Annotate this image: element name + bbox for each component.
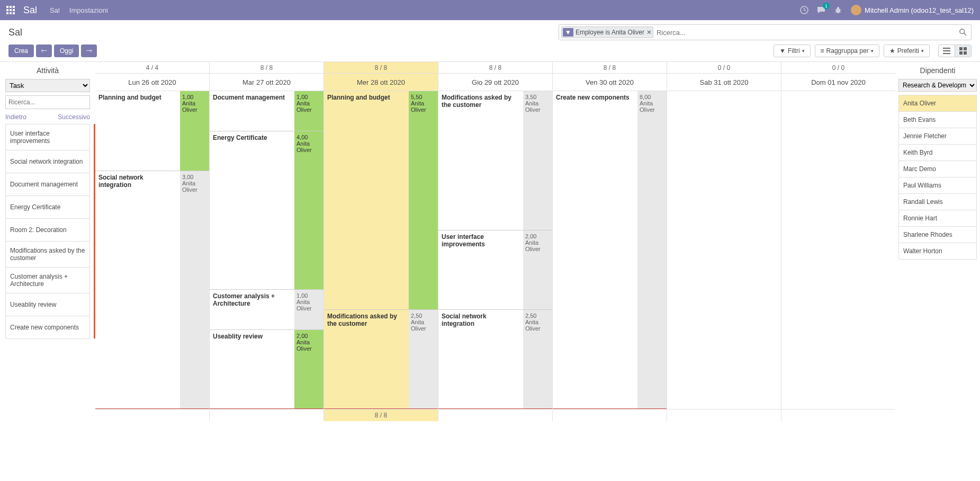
- day-footer: [552, 409, 667, 421]
- day-hours: 0 / 0: [781, 62, 895, 74]
- calendar-event[interactable]: Create new components8,00Anita Oliver: [553, 91, 667, 409]
- task-item[interactable]: User interface improvements: [5, 124, 90, 150]
- search-input[interactable]: [655, 28, 957, 38]
- task-item[interactable]: Social network integration: [5, 150, 90, 173]
- day-column[interactable]: Planning and budget5,50Anita OliverModif…: [323, 91, 438, 409]
- svg-line-15: [840, 12, 841, 12]
- kanban-view-button[interactable]: [955, 45, 971, 57]
- event-label: Social network integration: [95, 171, 180, 409]
- user-menu[interactable]: Mitchell Admin (odoo12_test_sal12): [851, 5, 974, 15]
- breadcrumb: Sal: [8, 27, 22, 38]
- day-column[interactable]: [781, 91, 895, 409]
- star-icon: ★: [889, 47, 895, 55]
- department-select[interactable]: Research & Development: [898, 79, 977, 92]
- employee-item[interactable]: Paul Williams: [898, 177, 977, 194]
- svg-rect-2: [13, 6, 15, 8]
- event-hours: 2,00: [525, 233, 550, 239]
- day-column[interactable]: Modifications asked by the customer3,50A…: [438, 91, 552, 409]
- day-column[interactable]: Create new components8,00Anita Oliver: [552, 91, 667, 409]
- menu-settings[interactable]: Impostazioni: [69, 6, 108, 14]
- bug-icon[interactable]: [834, 6, 842, 14]
- employee-item[interactable]: Walter Horton: [898, 243, 977, 260]
- search-box[interactable]: ▼ Employee is Anita Oliver ✕: [559, 24, 972, 40]
- day-column[interactable]: Planning and budget1,00Anita OliverSocia…: [95, 91, 209, 409]
- calendar-event[interactable]: Customer analysis + Architecture1,00Anit…: [210, 289, 323, 329]
- employee-item[interactable]: Randall Lewis: [898, 193, 977, 210]
- prev-link[interactable]: Indietro: [5, 113, 26, 121]
- activity-search-input[interactable]: [5, 95, 90, 109]
- event-employee: Anita Oliver: [525, 319, 550, 332]
- employee-item[interactable]: Marc Demo: [898, 161, 977, 177]
- svg-rect-20: [943, 53, 950, 54]
- day-column[interactable]: [667, 91, 781, 409]
- event-label: Customer analysis + Architecture: [210, 290, 294, 329]
- app-brand[interactable]: Sal: [23, 5, 37, 16]
- event-employee: Anita Oliver: [182, 180, 207, 193]
- event-employee: Anita Oliver: [525, 239, 550, 252]
- apps-icon[interactable]: [6, 6, 15, 14]
- task-item[interactable]: Energy Certificate: [5, 195, 90, 219]
- view-switcher: [938, 44, 972, 57]
- svg-rect-19: [943, 50, 950, 51]
- calendar-event[interactable]: Modifications asked by the customer3,50A…: [438, 91, 552, 230]
- employee-item[interactable]: Ronnie Hart: [898, 210, 977, 227]
- day-hours: 8 / 8: [324, 62, 438, 74]
- calendar-event[interactable]: Document management1,00Anita Oliver: [210, 91, 323, 131]
- top-navbar: Sal Sal Impostazioni 1 Mitchell Admin (o…: [0, 0, 980, 20]
- today-button[interactable]: Oggi: [54, 44, 79, 57]
- next-button[interactable]: 🡒: [81, 44, 97, 57]
- event-employee: Anita Oliver: [182, 100, 207, 113]
- day-column[interactable]: Document management1,00Anita OliverEnerg…: [209, 91, 323, 409]
- filters-dropdown[interactable]: ▼Filtri▾: [774, 44, 811, 57]
- calendar-event[interactable]: Useablity review2,00Anita Oliver: [210, 329, 323, 409]
- employee-item[interactable]: Beth Evans: [898, 111, 977, 128]
- event-meta: 2,50Anita Oliver: [409, 310, 438, 409]
- employee-title: Dipendenti: [898, 66, 977, 75]
- calendar-event[interactable]: Energy Certificate4,00Anita Oliver: [210, 131, 323, 290]
- create-button[interactable]: Crea: [8, 44, 34, 57]
- employee-item[interactable]: Anita Oliver: [898, 95, 977, 112]
- event-hours: 1,00: [296, 94, 321, 100]
- event-label: Planning and budget: [324, 91, 409, 309]
- day-hours: 8 / 8: [438, 62, 552, 74]
- next-link[interactable]: Successivo: [58, 113, 90, 121]
- menu-sal[interactable]: Sal: [50, 6, 60, 14]
- calendar-event[interactable]: Modifications asked by the customer2,50A…: [324, 309, 438, 409]
- task-item[interactable]: Modifications asked by the customer: [5, 241, 90, 268]
- filter-tag: ▼ Employee is Anita Oliver ✕: [561, 26, 653, 38]
- day-date: Lun 26 ott 2020: [95, 74, 209, 91]
- calendar-event[interactable]: Social network integration3,00Anita Oliv…: [95, 171, 209, 409]
- task-item[interactable]: Useablity review: [5, 293, 90, 316]
- message-badge: 1: [823, 3, 830, 9]
- employee-item[interactable]: Jennie Fletcher: [898, 128, 977, 145]
- employee-item[interactable]: Keith Byrd: [898, 144, 977, 161]
- event-hours: 1,00: [296, 292, 321, 299]
- clock-icon[interactable]: [800, 6, 808, 14]
- calendar-event[interactable]: Planning and budget1,00Anita Oliver: [95, 91, 209, 171]
- task-item[interactable]: Document management: [5, 173, 90, 196]
- task-item[interactable]: Create new components: [5, 316, 90, 339]
- prev-button[interactable]: 🡐: [36, 44, 52, 57]
- messages-icon[interactable]: 1: [817, 6, 825, 14]
- calendar-event[interactable]: Planning and budget5,50Anita Oliver: [324, 91, 438, 309]
- task-item[interactable]: Room 2: Decoration: [5, 218, 90, 242]
- event-label: Useablity review: [210, 330, 294, 409]
- favorites-dropdown[interactable]: ★Preferiti▾: [884, 44, 930, 57]
- svg-rect-1: [10, 6, 12, 8]
- search-icon[interactable]: [957, 29, 969, 36]
- calendar-event[interactable]: User interface improvements2,00Anita Oli…: [438, 230, 552, 310]
- groupby-dropdown[interactable]: ≡Raggruppa per▾: [815, 44, 879, 57]
- list-view-button[interactable]: [939, 45, 955, 57]
- activity-type-select[interactable]: Task: [5, 79, 90, 92]
- activity-title: Attività: [5, 66, 90, 75]
- day-date: Sab 31 ott 2020: [667, 74, 781, 91]
- calendar-event[interactable]: Social network integration2,50Anita Oliv…: [438, 309, 552, 409]
- employee-item[interactable]: Sharlene Rhodes: [898, 226, 977, 243]
- task-item[interactable]: Customer analysis + Architecture: [5, 267, 90, 293]
- svg-rect-6: [6, 12, 8, 14]
- svg-rect-21: [959, 47, 963, 50]
- event-meta: 2,00Anita Oliver: [294, 330, 323, 409]
- day-header: 8 / 8Mer 28 ott 2020: [323, 62, 438, 91]
- remove-filter-icon[interactable]: ✕: [646, 29, 652, 36]
- event-label: Document management: [210, 91, 294, 131]
